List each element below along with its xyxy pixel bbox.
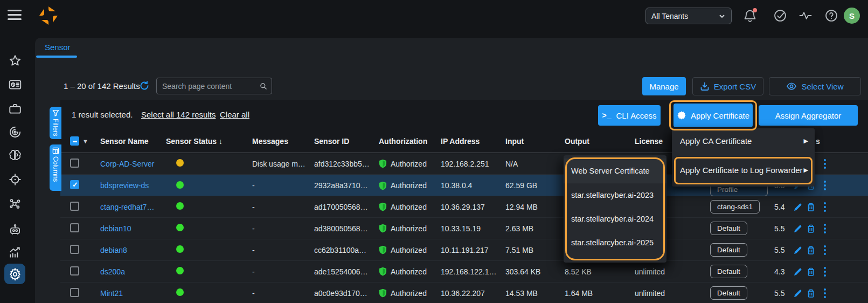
sidebar-item-automation[interactable] (8, 223, 22, 237)
edit-pencil-icon[interactable] (793, 245, 803, 255)
sensor-name-link[interactable]: debian8 (100, 246, 127, 254)
header-sensor-id[interactable]: Sensor ID (304, 137, 369, 146)
shield-icon (379, 159, 387, 168)
shield-icon (379, 224, 387, 233)
sidebar-item-connectors[interactable] (8, 197, 22, 211)
tenant-selector[interactable]: All Tenants (645, 8, 732, 24)
table-row[interactable]: debian10 - ad380050568… Authorized 10.33… (60, 218, 868, 239)
submenu-item-cert-2025[interactable]: star.stellarcyber.ai-2025 (564, 231, 666, 254)
sensor-name-link[interactable]: ds200a (100, 267, 125, 276)
sensor-name-link[interactable]: bdspreview-ds (100, 181, 149, 190)
kebab-menu-icon[interactable] (823, 245, 827, 256)
row-checkbox[interactable] (70, 288, 79, 297)
sidebar-item-reports[interactable] (8, 245, 22, 259)
messages-cell: - (242, 203, 304, 211)
sidebar-item-dashboards[interactable] (8, 78, 22, 92)
selection-menu-caret-icon[interactable]: ▼ (82, 138, 88, 144)
export-csv-button[interactable]: Export CSV (692, 77, 763, 95)
header-sensor-status[interactable]: Sensor Status ↓ (156, 137, 242, 146)
edit-pencil-icon[interactable] (793, 224, 803, 233)
download-icon (700, 81, 710, 91)
row-checkbox[interactable] (70, 245, 79, 254)
kebab-menu-icon[interactable] (823, 266, 827, 277)
row-checkbox[interactable] (70, 202, 79, 211)
select-all-link[interactable]: Select all 142 results (141, 110, 216, 119)
cli-access-button[interactable]: >_ CLI Access (598, 105, 661, 126)
sidebar-item-detect[interactable] (8, 173, 22, 187)
eye-icon (786, 81, 797, 92)
filters-side-tab[interactable]: Filters (50, 107, 61, 139)
kebab-menu-icon[interactable] (823, 180, 827, 191)
edit-pencil-icon[interactable] (793, 267, 803, 277)
table-row[interactable]: Mint21 - a0c0e93d170… Authorized 10.36.2… (60, 283, 868, 303)
apply-certificate-button[interactable]: Apply Certificate (673, 104, 753, 127)
tasks-check-icon[interactable] (773, 8, 788, 23)
notifications-bell-icon[interactable] (742, 8, 758, 23)
edit-pencil-icon[interactable] (793, 202, 803, 212)
sidebar-item-settings-active[interactable] (4, 264, 25, 284)
sensor-name-link[interactable]: Mint21 (100, 289, 123, 298)
avatar-initial: S (849, 11, 855, 20)
header-sensor-name[interactable]: Sensor Name (91, 137, 156, 146)
table-row[interactable]: debian8 - cc62b31100a… Authorized 10.11.… (60, 239, 868, 261)
menu-item-apply-certificate-log-forwarder[interactable]: Apply Certificate to Log Forwarder ▶ (672, 157, 815, 182)
assign-aggregator-button[interactable]: Assign Aggregator (759, 105, 858, 126)
header-authorization[interactable]: Authorization (369, 137, 431, 146)
sidebar-item-favorites[interactable] (8, 54, 22, 68)
sensor-id-cell: ade15254006… (304, 267, 369, 276)
kebab-menu-icon[interactable] (823, 223, 827, 234)
ip-cell: 10.11.191.217 (431, 246, 496, 254)
submenu-item-cert-2024[interactable]: star.stellarcyber.ai-2024 (564, 207, 666, 231)
table-row[interactable]: ctang-redhat7… - ad170050568… Authorized… (60, 196, 868, 218)
search-icon[interactable] (260, 81, 267, 91)
refresh-icon[interactable] (139, 80, 150, 91)
sensor-name-link[interactable]: Corp-AD-Server (100, 160, 154, 168)
header-ip-address[interactable]: IP Address (431, 137, 496, 146)
kebab-menu-icon[interactable] (823, 288, 827, 299)
version-cell: 4.3 (768, 267, 792, 276)
sidebar-item-threat-hunting[interactable] (8, 125, 22, 139)
hamburger-menu-icon[interactable] (8, 10, 22, 22)
top-bar: All Tenants S (0, 0, 868, 31)
row-checkbox[interactable] (70, 159, 79, 168)
kebab-menu-icon[interactable] (823, 202, 827, 212)
tab-sensor[interactable]: Sensor (45, 43, 71, 52)
delete-trash-icon[interactable] (806, 288, 816, 298)
sidebar-item-cases[interactable] (8, 102, 22, 116)
system-health-pulse-icon[interactable] (798, 8, 813, 23)
header-input[interactable]: Input (496, 137, 555, 146)
menu-item-apply-ca-certificate[interactable]: Apply CA Certificate ▶ (672, 128, 815, 153)
menu-item-label: Apply Certificate to Log Forwarder (680, 166, 803, 175)
select-view-button[interactable]: Select View (769, 77, 861, 95)
kebab-menu-icon[interactable] (823, 159, 827, 169)
sort-descending-icon: ↓ (219, 137, 223, 146)
authorization-cell: Authorized (391, 160, 427, 168)
sidebar-item-ai-ml[interactable] (8, 148, 22, 162)
app-screen: All Tenants S (0, 0, 868, 303)
delete-trash-icon[interactable] (806, 224, 816, 233)
delete-trash-icon[interactable] (806, 202, 816, 212)
manage-button[interactable]: Manage (642, 77, 686, 95)
user-avatar[interactable]: S (844, 8, 860, 24)
submenu-item-cert-2023[interactable]: star.stellarcyber.ai-2023 (564, 183, 666, 207)
table-row[interactable]: ds200a - ade15254006… Authorized 192.168… (60, 261, 868, 283)
columns-side-tab[interactable]: Columns (50, 144, 61, 191)
row-checkbox[interactable] (70, 266, 79, 276)
ip-cell: 10.38.0.4 (431, 181, 496, 190)
search-input[interactable] (162, 82, 260, 91)
sensor-name-link[interactable]: ctang-redhat7… (100, 203, 154, 211)
header-output[interactable]: Output (555, 137, 625, 146)
row-checkbox[interactable] (70, 223, 79, 232)
delete-trash-icon[interactable] (806, 267, 816, 277)
row-checkbox-checked[interactable] (70, 180, 79, 189)
sensor-id-cell: ad170050568… (304, 203, 369, 211)
help-icon[interactable] (824, 8, 839, 23)
select-all-checkbox[interactable] (70, 136, 79, 146)
delete-trash-icon[interactable] (806, 245, 816, 255)
clear-all-link[interactable]: Clear all (220, 110, 249, 119)
header-messages[interactable]: Messages (242, 137, 304, 146)
edit-pencil-icon[interactable] (793, 288, 803, 298)
sensor-name-link[interactable]: debian10 (100, 224, 131, 233)
status-dot-warning (176, 159, 184, 167)
submenu-item-web-server-certificate[interactable]: Web Server Certificate (564, 159, 666, 183)
